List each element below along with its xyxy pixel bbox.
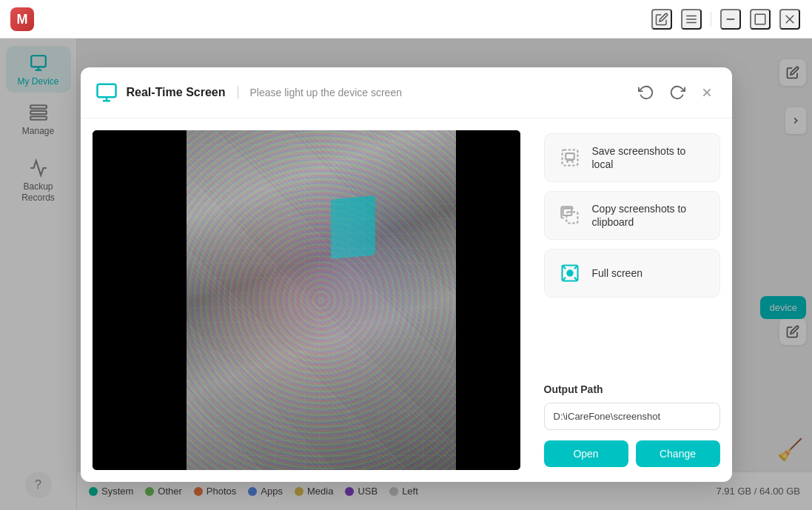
copy-icon	[557, 202, 583, 229]
maximize-button[interactable]	[750, 9, 771, 30]
open-button[interactable]: Open	[544, 440, 628, 467]
modal-close-button[interactable]	[697, 82, 717, 103]
title-bar: M	[0, 0, 812, 38]
modal-title-sep	[238, 86, 238, 99]
save-icon	[557, 144, 583, 171]
title-bar-separator	[711, 12, 711, 27]
fullscreen-icon	[557, 260, 583, 286]
modal-subtitle: Please light up the device screen	[250, 87, 402, 98]
full-screen-card[interactable]: Full screen	[544, 249, 720, 298]
save-screenshots-card[interactable]: Save screenshots to local	[544, 133, 720, 182]
svg-rect-4	[755, 14, 765, 24]
output-path-label: Output Path	[544, 383, 720, 395]
copy-screenshots-label: Copy screenshots to clipboard	[592, 202, 708, 229]
copy-screenshots-card[interactable]: Copy screenshots to clipboard	[544, 191, 720, 240]
output-path-input[interactable]	[544, 403, 720, 430]
output-buttons: Open Change	[544, 440, 720, 467]
close-button[interactable]	[779, 9, 800, 30]
modal-body: Save screenshots to local Copy screensho…	[81, 118, 732, 482]
modal-header: Real-Time Screen Please light up the dev…	[81, 67, 732, 118]
output-section: Output Path Open Change	[544, 372, 720, 467]
modal-overlay: Real-Time Screen Please light up the dev…	[0, 38, 812, 510]
modal-screen-icon	[95, 81, 118, 104]
svg-rect-18	[562, 150, 577, 165]
svg-rect-13	[97, 84, 115, 97]
rotate-button[interactable]	[665, 81, 689, 104]
modal-header-actions	[634, 81, 717, 104]
svg-point-23	[566, 270, 573, 277]
modal: Real-Time Screen Please light up the dev…	[81, 67, 732, 482]
refresh-button[interactable]	[634, 81, 658, 104]
minimize-button[interactable]	[720, 9, 741, 30]
menu-button[interactable]	[681, 9, 702, 30]
change-button[interactable]: Change	[636, 440, 720, 467]
app-logo: M	[17, 12, 28, 27]
full-screen-label: Full screen	[592, 266, 642, 280]
screen-preview	[93, 130, 520, 470]
save-screenshots-label: Save screenshots to local	[592, 144, 708, 171]
right-panel: Save screenshots to local Copy screensho…	[532, 118, 732, 482]
edit-button[interactable]	[651, 9, 672, 30]
svg-rect-19	[566, 153, 574, 159]
screen-inner	[187, 130, 456, 470]
modal-title: Real-Time Screen	[127, 86, 226, 99]
screen-canvas	[93, 130, 520, 470]
